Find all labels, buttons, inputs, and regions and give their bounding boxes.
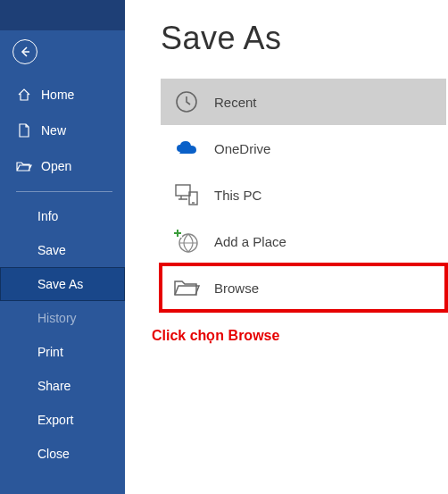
loc-onedrive[interactable]: OneDrive	[161, 125, 446, 172]
nav-label: Home	[41, 88, 74, 102]
nav-secondary: Info Save Save As History Print Share Ex…	[0, 199, 125, 471]
annotation-text: Click chọn Browse	[152, 327, 448, 344]
loc-label: This PC	[214, 188, 261, 203]
nav-label: Save	[37, 243, 66, 257]
nav-save-as[interactable]: Save As	[0, 267, 125, 301]
page-title: Save As	[161, 20, 448, 57]
loc-this-pc[interactable]: This PC	[161, 172, 446, 218]
nav-new[interactable]: New	[0, 113, 125, 148]
nav-primary: Home New Open	[0, 77, 125, 184]
nav-open[interactable]: Open	[0, 148, 125, 184]
nav-print[interactable]: Print	[0, 335, 125, 369]
back-arrow-icon	[19, 46, 31, 58]
home-icon	[16, 87, 32, 103]
nav-label: Info	[37, 209, 58, 223]
nav-share[interactable]: Share	[0, 369, 125, 403]
nav-label: History	[37, 311, 77, 325]
new-doc-icon	[16, 122, 32, 138]
nav-label: Export	[37, 413, 73, 427]
nav-label: New	[41, 123, 66, 138]
loc-recent[interactable]: Recent	[161, 79, 446, 125]
location-list: Recent OneDrive This PC Add a Place	[161, 79, 446, 311]
loc-label: Browse	[214, 280, 259, 296]
nav-info[interactable]: Info	[0, 199, 125, 233]
loc-add-place[interactable]: Add a Place	[161, 218, 446, 264]
nav-label: Close	[37, 447, 70, 461]
nav-home[interactable]: Home	[0, 77, 125, 113]
nav-export[interactable]: Export	[0, 403, 125, 437]
loc-label: Add a Place	[214, 234, 286, 249]
back-button[interactable]	[12, 39, 37, 64]
content-pane: Save As Recent OneDrive This PC	[125, 0, 448, 494]
nav-divider	[16, 191, 112, 192]
onedrive-icon	[171, 133, 202, 163]
pc-icon	[171, 180, 202, 210]
nav-history: History	[0, 301, 125, 335]
open-folder-icon	[16, 158, 32, 174]
loc-label: OneDrive	[214, 141, 270, 156]
app-root: Home New Open Info Save	[0, 0, 448, 494]
add-place-icon	[171, 226, 202, 256]
nav-label: Open	[41, 159, 71, 173]
nav-close[interactable]: Close	[0, 437, 125, 471]
browse-folder-icon	[171, 272, 202, 303]
svg-rect-1	[176, 185, 190, 196]
nav-label: Save As	[37, 277, 83, 291]
loc-browse[interactable]: Browse	[161, 264, 446, 311]
nav-label: Print	[37, 345, 63, 359]
nav-save[interactable]: Save	[0, 233, 125, 267]
back-button-row	[0, 30, 125, 77]
backstage-sidebar: Home New Open Info Save	[0, 0, 125, 494]
loc-label: Recent	[214, 95, 257, 110]
nav-label: Share	[37, 379, 71, 393]
title-bar-strip	[0, 0, 125, 30]
clock-icon	[171, 87, 202, 117]
